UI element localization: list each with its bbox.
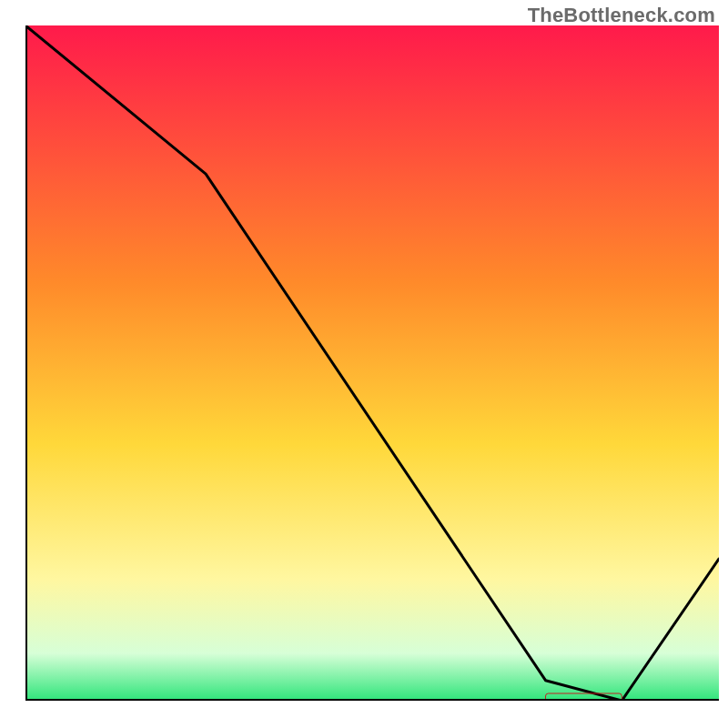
plot-area xyxy=(25,25,719,701)
plot-svg xyxy=(25,25,719,701)
watermark-text: TheBottleneck.com xyxy=(528,4,715,27)
chart-stage: TheBottleneck.com xyxy=(0,0,728,728)
background-gradient xyxy=(25,25,719,701)
